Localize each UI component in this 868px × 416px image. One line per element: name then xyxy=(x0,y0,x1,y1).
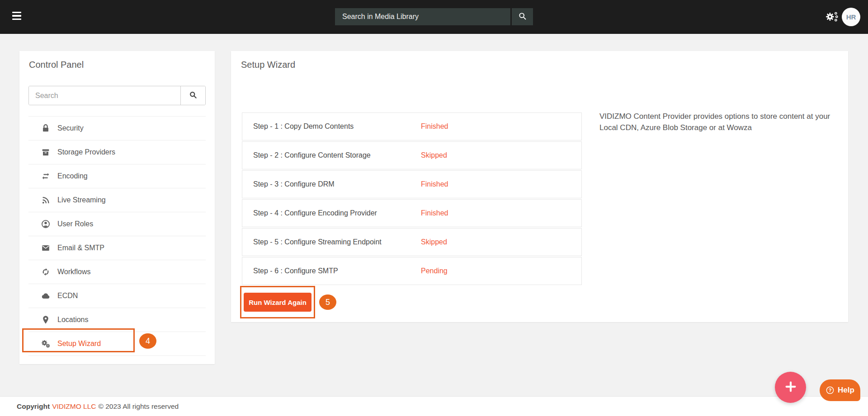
sidebar-search-button[interactable] xyxy=(180,86,205,105)
sidebar-item-security[interactable]: Security xyxy=(28,117,206,140)
exchange-icon xyxy=(41,171,51,181)
add-fab-button[interactable] xyxy=(775,372,806,403)
top-bar: HR xyxy=(0,0,868,34)
sidebar-item-email-smtp[interactable]: Email & SMTP xyxy=(28,236,206,260)
wizard-steps-table: Step - 1 : Copy Demo Contents Finished S… xyxy=(242,112,582,286)
sidebar-search xyxy=(28,86,206,105)
copyright-label: Copyright xyxy=(17,402,50,411)
sidebar-item-label: Encoding xyxy=(57,172,88,180)
media-library-search-button[interactable] xyxy=(510,8,533,25)
step-label: Step - 4 : Configure Encoding Provider xyxy=(253,209,377,217)
location-icon xyxy=(41,315,51,325)
wizard-step-row: Step - 3 : Configure DRM Finished xyxy=(242,170,582,198)
step-label: Step - 3 : Configure DRM xyxy=(253,180,335,188)
wizard-step-row: Step - 1 : Copy Demo Contents Finished xyxy=(242,112,582,140)
wizard-step-row: Step - 2 : Configure Content Storage Ski… xyxy=(242,141,582,169)
help-label: Help xyxy=(838,386,854,395)
sidebar-item-label: Workflows xyxy=(57,268,91,276)
sidebar-item-label: Setup Wizard xyxy=(57,340,101,348)
sidebar-item-label: Live Streaming xyxy=(57,196,106,204)
wizard-step-row: Step - 6 : Configure SMTP Pending xyxy=(242,257,582,285)
wizard-step-row: Step - 5 : Configure Streaming Endpoint … xyxy=(242,228,582,256)
sidebar-menu: Security Storage Providers Encoding Live… xyxy=(28,116,206,356)
hamburger-menu-icon[interactable] xyxy=(12,12,22,22)
sidebar-item-live-streaming[interactable]: Live Streaming xyxy=(28,188,206,212)
step-label: Step - 6 : Configure SMTP xyxy=(253,267,338,275)
envelope-icon xyxy=(41,243,51,253)
rights-text: © 2023 All rights reserved xyxy=(99,402,179,411)
sidebar-search-input[interactable] xyxy=(29,86,180,105)
step-status: Finished xyxy=(421,209,448,217)
question-circle-icon: ? xyxy=(826,386,835,395)
sidebar-item-label: Storage Providers xyxy=(57,148,115,156)
manage-apps-gears-icon[interactable] xyxy=(826,10,838,23)
svg-text:?: ? xyxy=(829,388,832,393)
sidebar-item-workflows[interactable]: Workflows xyxy=(28,260,206,284)
sidebar-item-label: ECDN xyxy=(57,292,78,300)
step-status: Skipped xyxy=(421,238,447,246)
step-label: Step - 2 : Configure Content Storage xyxy=(253,151,371,159)
run-wizard-annotation-box: Run Wizard Again xyxy=(240,286,315,318)
search-icon xyxy=(518,11,527,22)
step-status: Finished xyxy=(421,122,448,131)
content-provider-description: VIDIZMO Content Provider provides option… xyxy=(599,111,846,133)
page-title: Setup Wizard xyxy=(241,60,295,70)
sidebar-item-encoding[interactable]: Encoding xyxy=(28,164,206,188)
step-status: Finished xyxy=(421,180,448,188)
sidebar-item-user-roles[interactable]: User Roles xyxy=(28,212,206,236)
vidizmo-llc-link[interactable]: VIDIZMO LLC xyxy=(52,402,96,411)
run-wizard-again-button[interactable]: Run Wizard Again xyxy=(244,293,311,312)
help-button[interactable]: ? Help xyxy=(820,379,860,401)
sidebar-item-label: Security xyxy=(57,124,84,132)
plus-icon xyxy=(784,380,797,395)
sidebar-item-label: Email & SMTP xyxy=(57,244,104,252)
control-panel-sidebar: Control Panel Security Storage Providers… xyxy=(19,51,215,364)
wizard-step-row: Step - 4 : Configure Encoding Provider F… xyxy=(242,199,582,227)
archive-icon xyxy=(41,147,51,157)
user-avatar[interactable]: HR xyxy=(842,8,860,26)
sidebar-item-label: Locations xyxy=(57,316,89,324)
cogs-icon xyxy=(41,339,51,349)
search-icon xyxy=(189,90,198,101)
media-library-search-input[interactable] xyxy=(335,8,510,25)
sidebar-item-ecdn[interactable]: ECDN xyxy=(28,284,206,308)
media-library-search xyxy=(335,8,533,25)
cloud-icon xyxy=(41,291,51,301)
setup-wizard-panel: Setup Wizard Step - 1 : Copy Demo Conten… xyxy=(231,51,848,322)
sidebar-item-label: User Roles xyxy=(57,220,93,228)
step-status: Pending xyxy=(421,267,448,275)
recycle-icon xyxy=(41,267,51,277)
sidebar-item-setup-wizard[interactable]: Setup Wizard xyxy=(28,332,206,356)
sidebar-item-locations[interactable]: Locations xyxy=(28,308,206,332)
step-label: Step - 1 : Copy Demo Contents xyxy=(253,122,354,131)
footer: Copyright VIDIZMO LLC © 2023 All rights … xyxy=(0,396,868,416)
user-icon xyxy=(41,219,51,229)
step-label: Step - 5 : Configure Streaming Endpoint xyxy=(253,238,382,246)
annotation-step-badge-5: 5 xyxy=(319,294,336,310)
lock-icon xyxy=(41,123,51,133)
rss-icon xyxy=(41,195,51,205)
sidebar-item-storage-providers[interactable]: Storage Providers xyxy=(28,140,206,164)
annotation-step-badge-4: 4 xyxy=(139,333,156,349)
sidebar-title: Control Panel xyxy=(29,60,84,70)
step-status: Skipped xyxy=(421,151,447,159)
